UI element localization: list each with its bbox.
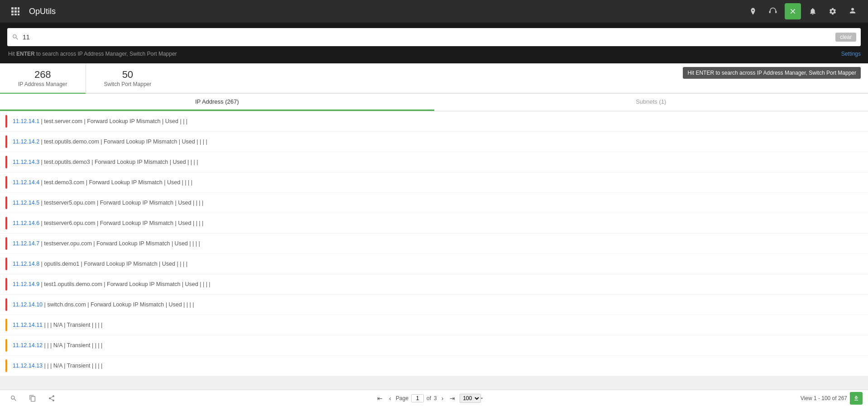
ip-address-link[interactable]: 11.12.14.6 — [13, 220, 39, 226]
gear-icon-button[interactable] — [825, 3, 841, 19]
search-bar-container: clear Hit ENTER to search across IP Addr… — [0, 23, 868, 63]
table-row[interactable]: 11.12.14.5 | testserver5.opu.com | Forwa… — [0, 193, 868, 213]
status-bar — [5, 196, 7, 209]
result-detail: | oputils.demo1 | Forward Lookup IP Mism… — [39, 261, 187, 267]
result-detail: | test.demo3.com | Forward Lookup IP Mis… — [39, 179, 192, 186]
results-list: 11.12.14.1 | test.server.com | Forward L… — [0, 111, 868, 376]
result-detail: | testserver.opu.com | Forward Lookup IP… — [39, 240, 200, 247]
result-text: 11.12.14.5 | testserver5.opu.com | Forwa… — [13, 200, 203, 206]
table-row[interactable]: 11.12.14.6 | testserver6.opu.com | Forwa… — [0, 213, 868, 234]
ip-address-link[interactable]: 11.12.14.1 — [13, 118, 39, 124]
sub-tabs: IP Address (267) Subnets (1) — [0, 94, 868, 111]
ip-address-link[interactable]: 11.12.14.4 — [13, 179, 39, 186]
rocket-icon-button[interactable] — [745, 3, 761, 19]
svg-rect-0 — [11, 7, 14, 10]
table-row[interactable]: 11.12.14.2 | test.oputils.demo.com | For… — [0, 132, 868, 152]
status-bar — [5, 176, 7, 189]
search-hint: Hit ENTER to search across IP Address Ma… — [7, 48, 177, 60]
result-detail: | testserver6.opu.com | Forward Lookup I… — [39, 220, 203, 226]
svg-rect-4 — [14, 10, 17, 13]
search-input-wrapper: clear — [7, 28, 861, 46]
status-bar — [5, 237, 7, 250]
close-icon-button[interactable] — [785, 3, 801, 19]
table-row[interactable]: 11.12.14.11 | | | N/A | Transient | | | … — [0, 315, 868, 335]
table-row[interactable]: 11.12.14.4 | test.demo3.com | Forward Lo… — [0, 172, 868, 193]
top-nav: OpUtils — [0, 0, 868, 23]
main-content: IP Address (267) Subnets (1) 11.12.14.1 … — [0, 94, 868, 376]
headset-icon-button[interactable] — [765, 3, 781, 19]
status-bar — [5, 135, 7, 148]
svg-rect-3 — [11, 10, 14, 13]
user-icon-button[interactable] — [844, 3, 861, 19]
status-bar — [5, 278, 7, 291]
ip-address-link[interactable]: 11.12.14.11 — [13, 322, 43, 328]
ip-address-link[interactable]: 11.12.14.2 — [13, 139, 39, 145]
result-detail: | test1.oputils.demo.com | Forward Looku… — [39, 281, 211, 287]
result-text: 11.12.14.2 | test.oputils.demo.com | For… — [13, 139, 207, 145]
table-row[interactable]: 11.12.14.1 | test.server.com | Forward L… — [0, 111, 868, 132]
ip-address-link[interactable]: 11.12.14.3 — [13, 159, 39, 165]
result-text: 11.12.14.3 | test.oputils.demo3 | Forwar… — [13, 159, 198, 165]
svg-rect-1 — [14, 7, 17, 10]
status-bar — [5, 298, 7, 311]
bell-icon-button[interactable] — [805, 3, 821, 19]
settings-link[interactable]: Settings — [841, 51, 861, 57]
svg-rect-7 — [14, 14, 17, 15]
result-detail: | testserver5.opu.com | Forward Lookup I… — [39, 200, 203, 206]
ip-address-link[interactable]: 11.12.14.10 — [13, 301, 43, 308]
svg-rect-6 — [11, 14, 14, 15]
status-bar — [5, 217, 7, 229]
table-row[interactable]: 11.12.14.10 | switch.dns.com | Forward L… — [0, 295, 868, 315]
nav-right — [745, 3, 861, 19]
ip-address-link[interactable]: 11.12.14.7 — [13, 240, 39, 247]
ip-address-link[interactable]: 11.12.14.9 — [13, 281, 39, 287]
svg-rect-8 — [18, 14, 19, 15]
search-input[interactable] — [23, 33, 835, 41]
tab-switch-port-mapper[interactable]: 50 Switch Port Mapper — [86, 63, 170, 94]
table-row[interactable]: 11.12.14.3 | test.oputils.demo3 | Forwar… — [0, 152, 868, 172]
sub-tab-subnets[interactable]: Subnets (1) — [434, 94, 868, 111]
result-detail: | switch.dns.com | Forward Lookup IP Mis… — [43, 301, 194, 308]
result-text: 11.12.14.8 | oputils.demo1 | Forward Loo… — [13, 261, 187, 267]
result-text: 11.12.14.10 | switch.dns.com | Forward L… — [13, 301, 194, 308]
ip-address-link[interactable]: 11.12.14.13 — [13, 363, 43, 369]
app-title: OpUtils — [29, 7, 56, 16]
status-bar — [5, 339, 7, 352]
search-hint-row: Hit ENTER to search across IP Address Ma… — [7, 46, 861, 63]
switch-mapper-count: 50 — [104, 69, 152, 81]
table-row[interactable]: 11.12.14.7 | testserver.opu.com | Forwar… — [0, 234, 868, 254]
enter-keyword: ENTER — [16, 51, 35, 57]
ip-manager-label: IP Address Manager — [18, 81, 67, 87]
result-text: 11.12.14.13 | | | N/A | Transient | | | … — [13, 363, 102, 369]
result-text: 11.12.14.11 | | | N/A | Transient | | | … — [13, 322, 102, 328]
search-icon — [12, 33, 19, 41]
result-text: 11.12.14.9 | test1.oputils.demo.com | Fo… — [13, 281, 211, 287]
ip-manager-count: 268 — [18, 69, 67, 81]
status-bar — [5, 156, 7, 168]
svg-rect-2 — [18, 7, 19, 10]
result-detail: | test.oputils.demo.com | Forward Lookup… — [39, 139, 207, 145]
grid-menu-button[interactable] — [7, 3, 24, 19]
table-row[interactable]: 11.12.14.8 | oputils.demo1 | Forward Loo… — [0, 254, 868, 274]
result-detail: | | | N/A | Transient | | | | — [43, 363, 102, 369]
result-text: 11.12.14.12 | | | N/A | Transient | | | … — [13, 342, 102, 349]
table-row[interactable]: 11.12.14.9 | test1.oputils.demo.com | Fo… — [0, 274, 868, 295]
result-text: 11.12.14.1 | test.server.com | Forward L… — [13, 118, 187, 124]
result-text: 11.12.14.6 | testserver6.opu.com | Forwa… — [13, 220, 203, 226]
result-detail: | test.oputils.demo3 | Forward Lookup IP… — [39, 159, 198, 165]
tab-ip-address-manager[interactable]: 268 IP Address Manager — [0, 63, 86, 94]
clear-button[interactable]: clear — [835, 33, 856, 42]
ip-address-link[interactable]: 11.12.14.5 — [13, 200, 39, 206]
svg-rect-5 — [18, 10, 19, 13]
table-row[interactable]: 11.12.14.12 | | | N/A | Transient | | | … — [0, 335, 868, 356]
status-bar — [5, 359, 7, 372]
ip-address-link[interactable]: 11.12.14.12 — [13, 342, 43, 349]
ip-address-link[interactable]: 11.12.14.8 — [13, 261, 39, 267]
status-bar — [5, 258, 7, 270]
status-bar — [5, 319, 7, 331]
search-tooltip: Hit ENTER to search across IP Address Ma… — [683, 67, 861, 79]
nav-left: OpUtils — [7, 3, 56, 19]
result-text: 11.12.14.4 | test.demo3.com | Forward Lo… — [13, 179, 192, 186]
table-row[interactable]: 11.12.14.13 | | | N/A | Transient | | | … — [0, 356, 868, 376]
sub-tab-ip-address[interactable]: IP Address (267) — [0, 94, 434, 111]
